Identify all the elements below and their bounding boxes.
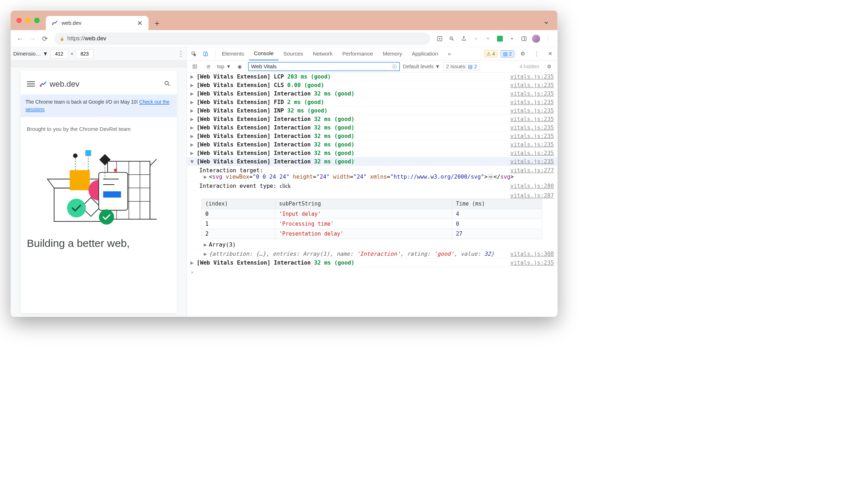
svg-element-preview[interactable]: ▶<svg viewBox="0 0 24 24" height="24" wi… (199, 174, 554, 180)
disclosure-triangle-icon[interactable]: ▶ (190, 82, 195, 88)
console-log-row[interactable]: ▶ [Web Vitals Extension] Interaction 32 … (187, 89, 558, 98)
forward-button[interactable]: → (27, 33, 38, 44)
new-tab-button[interactable]: ＋ (153, 18, 161, 29)
console-log-row[interactable]: ▶ [Web Vitals Extension] FID 2 ms (good)… (187, 98, 558, 106)
width-input[interactable] (50, 49, 68, 58)
log-source-link[interactable]: vitals.js:277 (510, 167, 554, 173)
disclosure-triangle-icon[interactable]: ▶ (190, 260, 195, 266)
tab-close-icon[interactable]: ✕ (137, 19, 143, 27)
log-source-link[interactable]: vitals.js:280 (510, 183, 554, 189)
warnings-badge[interactable]: ⚠ 4 (484, 50, 497, 57)
reload-button[interactable]: ⟳ (40, 33, 50, 44)
inspect-element-icon[interactable] (189, 48, 199, 59)
console-log-row[interactable]: ▶ [Web Vitals Extension] LCP 203 ms (goo… (187, 73, 558, 81)
attribution-object[interactable]: ▶{attribution: {…}, entries: Array(1), n… (199, 251, 554, 257)
close-window-button[interactable] (16, 18, 22, 23)
bookmark-star-icon[interactable]: ☆ (470, 33, 481, 44)
log-source-link[interactable]: vitals.js:235 (510, 150, 554, 156)
disclosure-triangle-icon[interactable]: ▶ (190, 133, 195, 139)
log-source-link[interactable]: vitals.js:235 (510, 133, 554, 139)
log-source-link[interactable]: vitals.js:235 (510, 82, 554, 88)
disclosure-triangle-icon[interactable]: ▶ (190, 141, 195, 147)
tab-application[interactable]: Application (407, 47, 443, 60)
console-settings-icon[interactable]: ⚙ (544, 61, 555, 72)
tab-elements[interactable]: Elements (217, 47, 249, 60)
devtools-menu-icon[interactable]: ⋮ (531, 48, 542, 59)
context-selector[interactable]: top ▼ (217, 63, 231, 69)
tab-performance[interactable]: Performance (337, 47, 378, 60)
address-bar[interactable]: 🔒 https://web.dev (54, 32, 430, 45)
device-toolbar-menu-icon[interactable]: ⋮ (178, 50, 184, 58)
console-log-row[interactable]: ▶ [Web Vitals Extension] Interaction 32 … (187, 149, 558, 157)
log-source-link[interactable]: vitals.js:235 (510, 260, 554, 266)
extension-green-icon[interactable] (495, 33, 505, 44)
tab-network[interactable]: Network (308, 47, 337, 60)
dimensions-dropdown[interactable]: Dimensio… ▼ (13, 51, 48, 57)
console-log-row[interactable]: ▶ [Web Vitals Extension] Interaction 32 … (187, 140, 558, 149)
back-button[interactable]: ← (15, 33, 25, 44)
log-source-link[interactable]: vitals.js:235 (510, 99, 554, 105)
disclosure-triangle-icon[interactable]: ▼ (190, 158, 195, 164)
site-logo[interactable]: web.dev (39, 79, 79, 88)
hidden-messages-count[interactable]: 4 hidden (520, 63, 539, 69)
issues-button[interactable]: 2 Issues: ▤ 2 (443, 62, 480, 70)
install-app-icon[interactable] (434, 33, 445, 44)
live-expression-icon[interactable]: ◉ (234, 61, 245, 72)
log-source-link[interactable]: vitals.js:287 (510, 192, 554, 198)
flag-icon[interactable]: ⚑ (482, 33, 493, 44)
tab-console[interactable]: Console (249, 47, 278, 60)
console-log-row[interactable]: ▶ [Web Vitals Extension] CLS 0.00 (good)… (187, 81, 558, 89)
log-message: [Web Vitals Extension] Interaction 32 ms… (196, 133, 506, 139)
tab-memory[interactable]: Memory (378, 47, 407, 60)
log-levels-dropdown[interactable]: Default levels ▼ (403, 63, 440, 69)
device-toggle-icon[interactable] (200, 48, 211, 59)
height-input[interactable] (76, 49, 93, 58)
tabs-overflow-icon[interactable]: » (443, 47, 456, 60)
disclosure-triangle-icon[interactable]: ▶ (190, 150, 195, 156)
log-source-link[interactable]: vitals.js:235 (510, 116, 554, 122)
clear-filter-icon[interactable]: ⓧ (392, 63, 397, 70)
console-filter-input[interactable]: Web Vitals ⓧ (248, 62, 400, 71)
profile-avatar[interactable] (531, 33, 541, 44)
devtools-settings-icon[interactable]: ⚙ (517, 48, 528, 59)
disclosure-triangle-icon[interactable]: ▶ (190, 74, 195, 80)
log-source-link[interactable]: vitals.js:235 (510, 158, 554, 164)
console-log-row[interactable]: ▶ [Web Vitals Extension] INP 32 ms (good… (187, 106, 558, 115)
messages-badge[interactable]: ▤ 2 (501, 50, 514, 57)
minimize-window-button[interactable] (25, 18, 31, 23)
tab-sources[interactable]: Sources (279, 47, 308, 60)
tab-overflow-icon[interactable] (543, 19, 549, 27)
browser-tab[interactable]: web.dev ✕ (46, 16, 149, 30)
log-source-link[interactable]: vitals.js:308 (510, 251, 554, 257)
interaction-event-block: vitals.js:280 Interaction event type: cl… (187, 181, 558, 191)
page-search-icon[interactable] (164, 80, 170, 88)
devtools-panel: Elements Console Sources Network Perform… (187, 47, 558, 317)
log-source-link[interactable]: vitals.js:235 (510, 74, 554, 80)
console-log-row[interactable]: ▶ [Web Vitals Extension] Interaction 32 … (187, 259, 558, 267)
console-sidebar-toggle-icon[interactable] (189, 61, 200, 72)
sidepanel-icon[interactable] (519, 33, 529, 44)
clear-console-icon[interactable]: ⊘ (203, 61, 214, 72)
share-icon[interactable] (458, 33, 469, 44)
disclosure-triangle-icon[interactable]: ▶ (190, 91, 195, 97)
hamburger-menu-icon[interactable] (27, 81, 35, 87)
console-prompt[interactable]: › (187, 267, 558, 277)
disclosure-triangle-icon[interactable]: ▶ (190, 116, 195, 122)
console-log-row[interactable]: ▶ [Web Vitals Extension] Interaction 32 … (187, 123, 558, 132)
browser-menu-icon[interactable]: ⋮ (543, 33, 553, 44)
log-source-link[interactable]: vitals.js:235 (510, 91, 554, 97)
disclosure-triangle-icon[interactable]: ▶ (190, 124, 195, 131)
disclosure-triangle-icon[interactable]: ▶ (190, 99, 195, 105)
log-source-link[interactable]: vitals.js:235 (510, 124, 554, 131)
disclosure-triangle-icon[interactable]: ▶ (190, 107, 195, 114)
log-source-link[interactable]: vitals.js:235 (510, 141, 554, 147)
devtools-close-icon[interactable]: ✕ (545, 48, 555, 59)
console-log-row[interactable]: ▶ [Web Vitals Extension] Interaction 32 … (187, 132, 558, 140)
zoom-icon[interactable] (446, 33, 457, 44)
console-log-row[interactable]: ▶ [Web Vitals Extension] Interaction 32 … (187, 115, 558, 123)
extensions-puzzle-icon[interactable]: ✦ (507, 33, 517, 44)
console-log-row[interactable]: ▼ [Web Vitals Extension] Interaction 32 … (187, 157, 558, 166)
maximize-window-button[interactable] (34, 18, 40, 23)
array-summary[interactable]: ▶Array(3) (199, 241, 554, 248)
log-source-link[interactable]: vitals.js:235 (510, 107, 554, 114)
